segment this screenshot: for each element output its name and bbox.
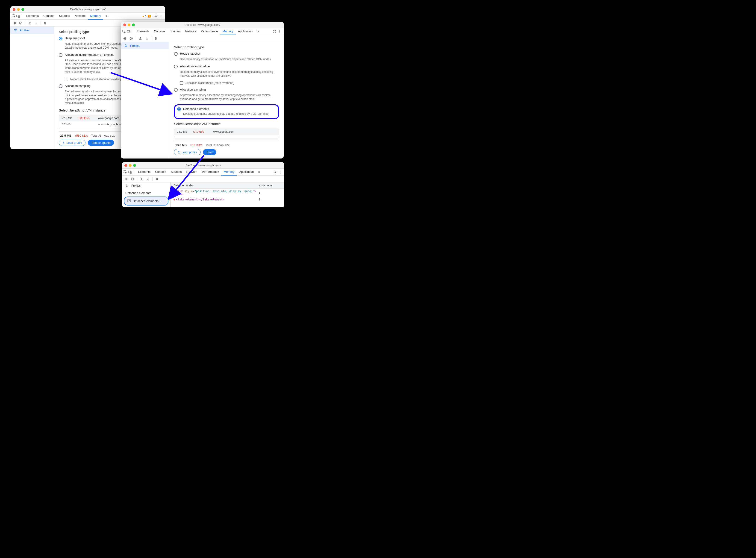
tab-memory[interactable]: Memory [220,28,236,35]
tab-performance[interactable]: Performance [200,169,221,176]
load-profile-button[interactable]: Load profile [59,140,85,146]
checkbox-stack-traces[interactable]: Allocation stack traces (more overhead) [180,81,279,84]
radio-alloc-sampling[interactable]: Allocation sampling [174,88,279,92]
radio-label: Allocations on timeline [180,65,210,68]
trash-icon[interactable] [155,177,159,181]
issues-count: 1 [151,15,153,18]
inspect-icon[interactable] [122,30,126,33]
issues-badge[interactable]: !1 [148,15,153,18]
tab-overflow[interactable]: » [103,13,109,20]
tab-sources[interactable]: Sources [167,28,183,35]
vm-instance-table: 13.0 MB 3.1 kB/s www.google.com [174,129,279,138]
upload-icon[interactable] [140,177,144,181]
tab-overflow[interactable]: » [256,169,262,176]
tab-network[interactable]: Network [184,169,200,176]
tab-console[interactable]: Console [41,13,57,20]
tab-network[interactable]: Network [72,13,88,20]
tab-bar: Elements Console Sources Network Perform… [122,169,284,176]
radio-alloc-timeline[interactable]: Allocations on timeline [174,65,279,69]
table-row[interactable]: ●<div style="position: absolute; display… [171,189,284,197]
table-row[interactable]: ●<fake-element></fake-element> 1 [171,197,284,202]
sliders-icon [124,44,128,48]
tab-sources[interactable]: Sources [57,13,72,20]
tab-elements[interactable]: Elements [134,28,152,35]
kebab-icon[interactable]: ⋮ [278,170,282,174]
take-snapshot-button[interactable]: Take snapshot [88,140,114,146]
tab-console[interactable]: Console [152,28,167,35]
sidebar-heading: Detached elements [122,189,170,196]
load-profile-button[interactable]: Load profile [174,149,201,155]
clear-icon[interactable] [129,36,133,41]
inspect-icon[interactable] [124,170,127,174]
tab-elements[interactable]: Elements [136,169,153,176]
heap-icon [127,199,131,203]
gear-icon[interactable] [273,30,276,33]
kebab-icon[interactable]: ⋮ [278,30,281,33]
tab-overflow[interactable]: » [255,28,261,35]
inspect-icon[interactable] [12,14,16,18]
sidebar: Profiles Detached elements Detached elem… [122,182,171,207]
tab-console[interactable]: Console [153,169,169,176]
radio-icon [177,107,181,111]
tab-application[interactable]: Application [237,169,256,176]
tab-sources[interactable]: Sources [169,169,184,176]
kebab-icon[interactable]: ⋮ [159,14,163,18]
snapshot-item[interactable]: Detached elements 1 [124,197,169,205]
snapshot-name: Detached elements 1 [133,199,161,203]
device-icon[interactable] [16,14,20,18]
tab-memory[interactable]: Memory [222,169,237,176]
svg-rect-27 [128,199,130,202]
download-icon[interactable] [34,21,38,25]
upload-icon[interactable] [138,36,143,41]
results-pane: Detached nodes Node count ●<div style="p… [171,182,284,207]
upload-icon[interactable] [28,21,32,25]
device-icon[interactable] [127,30,131,33]
radio-icon [59,53,62,57]
total-label: Total JS heap size [205,143,230,147]
sidebar-item-profiles[interactable]: Profiles [122,182,170,189]
sidebar-item-profiles[interactable]: Profiles [121,42,169,49]
tab-application[interactable]: Application [236,28,255,35]
trash-icon[interactable] [43,21,47,25]
tab-memory[interactable]: Memory [88,13,103,20]
clear-icon[interactable] [19,21,23,25]
record-icon[interactable] [12,21,16,25]
record-icon[interactable] [124,177,128,181]
titlebar: DevTools - www.google.com/ [10,6,165,13]
tab-elements[interactable]: Elements [24,13,41,20]
vm-rate: 3.1 kB/s [193,130,213,133]
window-title: DevTools - www.google.com/ [10,8,165,11]
svg-point-8 [16,30,16,31]
radio-label: Detached elements [183,107,209,110]
sidebar-item-profiles[interactable]: Profiles [10,26,54,34]
radio-icon [59,36,62,40]
svg-point-16 [125,45,126,45]
gear-icon[interactable] [154,14,158,18]
vm-size: 5.2 MB [62,123,77,126]
warnings-badge[interactable]: ▲1 [142,15,147,18]
device-icon[interactable] [128,170,132,174]
start-button[interactable]: Start [203,149,216,155]
vm-size: 22.3 MB [62,117,77,120]
radio-desc: Detached elements shows objects that are… [183,112,276,116]
clear-icon[interactable] [130,177,134,181]
col-count: Node count [258,184,282,187]
main-pane: Select profiling type Heap snapshot See … [169,42,284,158]
radio-detached-elements[interactable]: Detached elements [177,107,276,111]
table-row[interactable]: 13.0 MB 3.1 kB/s www.google.com [174,129,279,135]
vm-rate: 580 kB/s [77,117,98,120]
radio-heap-snapshot[interactable]: Heap snapshot [174,52,279,56]
tab-performance[interactable]: Performance [198,28,220,35]
radio-label: Allocation sampling [65,84,91,87]
tab-network[interactable]: Network [183,28,199,35]
sliders-icon [14,28,17,32]
col-detached: Detached nodes [174,184,258,187]
download-icon[interactable] [145,36,149,41]
gear-icon[interactable] [273,170,277,174]
download-icon[interactable] [146,177,150,181]
trash-icon[interactable] [154,36,158,41]
sliders-icon [125,184,129,187]
record-icon[interactable] [123,36,127,41]
svg-point-26 [127,186,128,186]
radio-label: Heap snapshot [65,36,85,40]
